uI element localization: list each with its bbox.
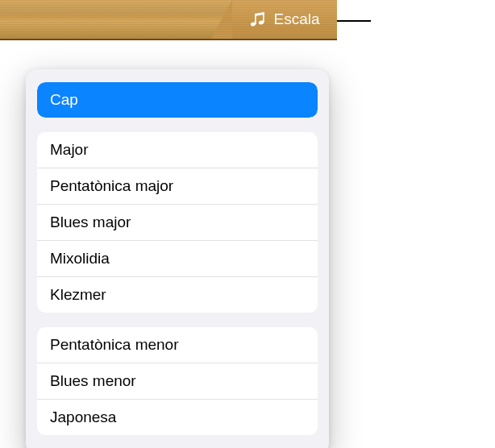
scale-option[interactable]: Pentatònica menor <box>37 327 318 363</box>
scale-option[interactable]: Japonesa <box>37 400 318 435</box>
toolbar: Escala <box>0 0 337 40</box>
callout-line <box>337 20 371 22</box>
scale-group-minor: Pentatònica menor Blues menor Japonesa <box>37 327 318 435</box>
scale-group-major: Major Pentatònica major Blues major Mixo… <box>37 132 318 313</box>
scale-option[interactable]: Major <box>37 132 318 168</box>
scale-option[interactable]: Blues menor <box>37 363 318 400</box>
scale-option[interactable]: Mixolidia <box>37 241 318 277</box>
music-notes-icon <box>249 11 267 27</box>
scale-option[interactable]: Pentatònica major <box>37 168 318 205</box>
escala-tab[interactable]: Escala <box>232 0 337 39</box>
scale-popover: Cap Major Pentatònica major Blues major … <box>26 69 329 448</box>
scale-group-none: Cap <box>37 82 318 118</box>
scale-option[interactable]: Blues major <box>37 205 318 241</box>
escala-label: Escala <box>273 10 319 28</box>
scale-option[interactable]: Klezmer <box>37 277 318 313</box>
scale-option-none[interactable]: Cap <box>37 82 318 118</box>
